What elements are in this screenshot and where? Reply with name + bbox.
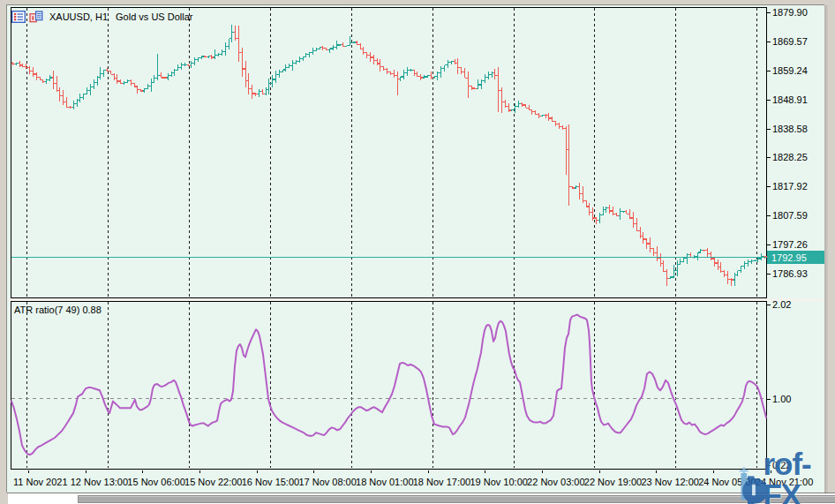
time-tick-label: 18 Nov 17:00 [413, 477, 470, 487]
horizontal-scrollbar[interactable] [8, 493, 835, 504]
time-tick-label: 22 Nov 03:00 [527, 477, 584, 487]
time-tick-label: 24 Nov 21:00 [756, 477, 813, 487]
time-tick-label: 17 Nov 08:00 [298, 477, 356, 487]
chart-properties-icon[interactable] [11, 11, 26, 23]
time-tick-label: 18 Nov 01:00 [356, 477, 413, 487]
metatrader-chart-window: 1879.901869.571859.241848.911838.581828.… [0, 0, 835, 504]
chart-canvas[interactable]: 1879.901869.571859.241848.911838.581828.… [0, 0, 835, 504]
time-tick-label: 12 Nov 13:00 [71, 477, 128, 487]
indicator-tick-label: 2.02 [772, 299, 791, 310]
time-tick-label: 23 Nov 12:00 [641, 477, 698, 487]
price-tick-label: 1869.57 [772, 36, 808, 47]
current-price-label: 1792.95 [771, 252, 807, 263]
time-tick-label: 15 Nov 06:00 [127, 477, 184, 487]
time-tick-label: 22 Nov 19:00 [584, 477, 642, 487]
indicator-label: ATR ratio(7 49) 0.88 [14, 305, 102, 315]
price-tick-label: 1879.90 [772, 7, 808, 18]
indicator-tick-label: 1.00 [772, 394, 791, 404]
price-tick-label: 1848.91 [772, 94, 808, 105]
symbol-description-label: Gold vs US Dollar [116, 11, 192, 22]
time-tick-label: 16 Nov 15:00 [242, 477, 299, 487]
symbol-period-label: XAUUSD, H1 [49, 11, 108, 22]
price-tick-label: 1807.59 [772, 210, 808, 221]
price-tick-label: 1797.26 [772, 239, 808, 250]
time-tick-label: 19 Nov 10:00 [470, 477, 527, 487]
price-tick-label: 1786.93 [772, 268, 808, 279]
time-tick-label: 15 Nov 22:00 [184, 477, 242, 487]
indicator-tick-label: 0.22 [772, 460, 791, 470]
time-tick-label: 24 Nov 05:00 [698, 477, 756, 487]
chart-windows-icon[interactable] [29, 11, 43, 23]
price-tick-label: 1859.24 [772, 65, 808, 76]
chart-header: XAUUSD, H1 Gold vs US Dollar [11, 11, 192, 23]
price-tick-label: 1817.92 [772, 181, 808, 192]
time-tick-label: 11 Nov 2021 [13, 477, 68, 487]
price-tick-label: 1838.58 [772, 124, 808, 134]
price-tick-label: 1828.25 [772, 152, 808, 162]
